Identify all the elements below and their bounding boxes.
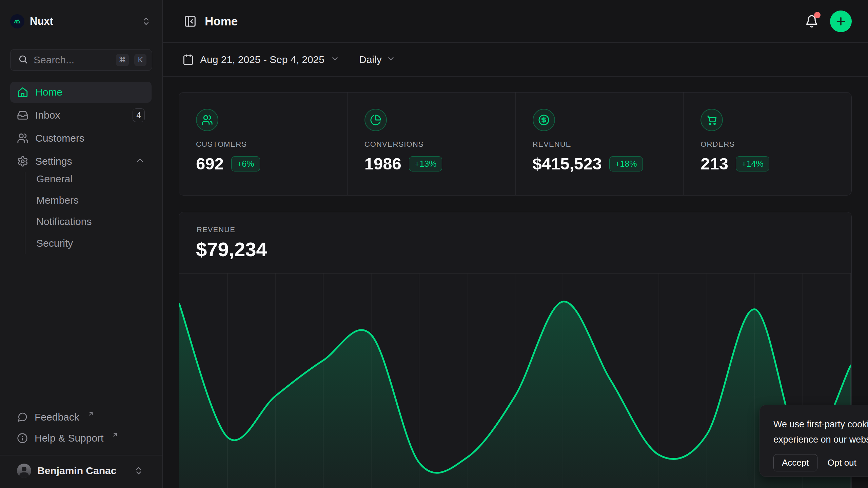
kbd-k: K [134,54,146,66]
chevron-up-icon [135,156,145,167]
revenue-chart-label: REVENUE [197,225,235,234]
sidebar-divider [0,455,162,455]
stat-delta-badge: +14% [736,156,769,171]
search-placeholder: Search... [34,54,111,66]
plus-icon [835,15,847,27]
stat-delta-badge: +13% [409,156,442,171]
inbox-count-badge: 4 [133,108,145,122]
sub-item-label: Notifications [36,216,92,227]
search-input[interactable]: Search... ⌘ K [10,49,152,71]
user-menu[interactable]: Benjamin Canac [10,460,152,482]
stat-delta-badge: +18% [609,156,643,171]
cookie-message: We use first-party cookies to enhance yo… [773,417,868,447]
pie-chart-icon [364,109,387,131]
stats-row: CUSTOMERS 692 +6% CONVERSIONS 1986 +13% [179,92,852,196]
filters-bar: Aug 21, 2025 - Sep 4, 2025 Daily [163,43,868,77]
stat-delta-badge: +6% [231,156,260,171]
sidebar-item-label: Customers [35,133,145,144]
sidebar-item-feedback[interactable]: Feedback [10,407,152,428]
sidebar-item-security[interactable]: Security [36,232,149,254]
stat-value: 213 [701,154,728,173]
sidebar-item-label: Home [35,86,145,98]
sidebar-collapse-button[interactable] [182,14,198,29]
notification-dot [814,12,821,18]
stat-value: 692 [196,154,224,173]
chevron-down-icon [387,54,395,65]
stat-value: 1986 [364,154,401,173]
cookie-banner: We use first-party cookies to enhance yo… [760,405,868,477]
home-icon [17,86,28,98]
revenue-chart-value: $79,234 [196,238,267,261]
stat-conversions[interactable]: CONVERSIONS 1986 +13% [347,93,515,195]
main-panel: Home Aug 21, 2025 - Sep 4, 2025 [163,0,868,488]
sidebar-item-label: Inbox [35,109,126,121]
sidebar-item-label: Settings [35,156,129,167]
add-button[interactable] [830,11,852,32]
sidebar-item-home[interactable]: Home [10,82,152,103]
search-icon [18,54,28,66]
sidebar-item-label: Help & Support [35,432,103,444]
granularity-value: Daily [359,54,382,65]
main-header: Home [163,0,868,43]
sidebar: Nuxt Search... ⌘ K Home Inbox 4 Customer… [0,0,163,488]
panel-left-close-icon [184,15,197,28]
stat-label: CUSTOMERS [196,140,347,149]
revenue-panel: REVENUE $79,234 [179,212,852,488]
sub-item-label: General [36,173,73,185]
app-root: Nuxt Search... ⌘ K Home Inbox 4 Customer… [0,0,868,488]
stat-value: $415,523 [533,154,602,173]
revenue-chart-svg[interactable] [179,273,851,488]
sidebar-item-customers[interactable]: Customers [10,128,152,149]
external-link-icon [112,431,118,438]
external-link-icon [87,410,94,417]
granularity-select[interactable]: Daily [359,54,395,65]
sidebar-item-notifications[interactable]: Notifications [36,211,149,232]
page-title: Home [205,15,238,28]
users-icon [196,109,218,131]
sidebar-item-label: Feedback [35,411,79,423]
gear-icon [17,156,28,167]
stat-revenue[interactable]: REVENUE $415,523 +18% [515,93,684,195]
avatar [17,464,31,478]
settings-tree-line [25,172,25,254]
shopping-cart-icon [701,109,723,131]
opt-out-button[interactable]: Opt out [828,458,856,468]
dollar-circle-icon [533,109,555,131]
chevrons-up-down-icon [140,15,152,27]
user-name: Benjamin Canac [37,465,126,476]
notifications-button[interactable] [804,13,820,29]
stat-orders[interactable]: ORDERS 213 +14% [683,93,851,195]
sub-item-label: Members [36,195,79,206]
info-circle-icon [17,433,28,444]
chevron-down-icon [331,54,339,65]
nuxt-logo-icon [10,14,24,28]
workspace-switcher[interactable]: Nuxt [10,11,152,32]
message-circle-icon [17,412,28,423]
date-range-picker[interactable]: Aug 21, 2025 - Sep 4, 2025 [182,54,339,65]
sidebar-item-help-support[interactable]: Help & Support [10,428,152,449]
stat-label: CONVERSIONS [364,140,515,149]
calendar-icon [182,54,194,65]
stat-customers[interactable]: CUSTOMERS 692 +6% [179,93,347,195]
kbd-meta: ⌘ [116,54,129,66]
sub-item-label: Security [36,238,73,249]
sidebar-item-inbox[interactable]: Inbox 4 [10,105,152,126]
chevrons-up-down-icon [133,465,145,477]
sidebar-item-general[interactable]: General [36,168,149,189]
workspace-name: Nuxt [30,15,135,27]
accept-button[interactable]: Accept [773,454,817,471]
stat-label: REVENUE [533,140,684,149]
stat-label: ORDERS [701,140,851,149]
sidebar-item-members[interactable]: Members [36,189,149,211]
inbox-icon [17,109,28,121]
users-icon [17,133,28,144]
date-range-value: Aug 21, 2025 - Sep 4, 2025 [200,54,324,65]
